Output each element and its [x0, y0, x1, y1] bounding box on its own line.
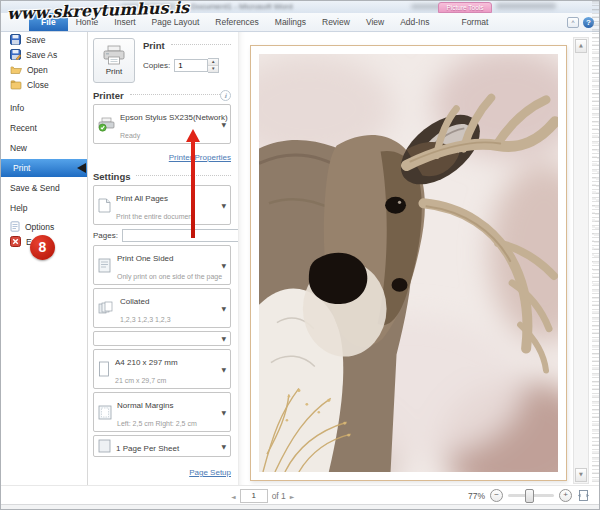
- scroll-up-icon[interactable]: ▲: [575, 39, 587, 53]
- sidebar-item-label: Save & Send: [10, 183, 60, 193]
- dropdown-label: Print One Sided: [117, 254, 173, 263]
- scan-edge-artifact: [592, 1, 599, 509]
- preview-scrollbar[interactable]: ▲ ▼: [573, 37, 589, 484]
- sidebar-item-new[interactable]: New: [1, 138, 87, 158]
- deer-photo: [259, 54, 558, 472]
- print-range-dropdown[interactable]: Print All Pages Print the entire documen…: [93, 185, 231, 225]
- dropdown-sublabel: 21 cm x 29,7 cm: [115, 377, 166, 384]
- chevron-down-icon: ▼: [221, 409, 226, 416]
- chevron-down-icon: ▼: [221, 366, 226, 373]
- orientation-dropdown[interactable]: ▼: [93, 331, 231, 346]
- sidebar-item-close[interactable]: Close: [1, 77, 87, 92]
- sidebar-item-options[interactable]: Options: [1, 219, 87, 234]
- next-page-icon[interactable]: ►: [290, 493, 295, 500]
- printer-icon: [102, 45, 126, 65]
- picture-tools-contextual-tab[interactable]: Picture Tools: [438, 2, 492, 13]
- sidebar-item-label: Options: [25, 222, 54, 232]
- sidebar-item-label: Recent: [10, 123, 37, 133]
- dropdown-sublabel: Print the entire document: [116, 213, 194, 220]
- save-icon: [10, 34, 21, 45]
- document-icon: [98, 198, 111, 213]
- pages-per-sheet-dropdown[interactable]: 1 Page Per Sheet ▼: [93, 435, 231, 457]
- sidebar-item-label: Info: [10, 103, 24, 113]
- dropdown-label: 1 Page Per Sheet: [116, 444, 179, 453]
- sidebar-item-label: Print: [13, 163, 30, 173]
- dropdown-sublabel: Only print on one side of the page: [117, 273, 222, 280]
- collated-pages-icon: [98, 301, 115, 316]
- print-preview-area: [238, 32, 574, 486]
- pages-input[interactable]: [122, 229, 240, 242]
- preview-page: [250, 45, 567, 481]
- paper-size-icon: [98, 361, 110, 377]
- copies-label: Copies:: [143, 61, 170, 70]
- print-button[interactable]: Print: [93, 38, 135, 83]
- sidebar-item-recent[interactable]: Recent: [1, 118, 87, 138]
- sidebar-item-print-selected[interactable]: Print: [1, 159, 87, 177]
- zoom-slider[interactable]: [508, 494, 554, 497]
- print-button-label: Print: [106, 67, 122, 76]
- print-sides-dropdown[interactable]: Print One Sided Only print on one side o…: [93, 245, 231, 285]
- current-page-box[interactable]: 1: [240, 489, 268, 503]
- settings-section-header: Settings: [93, 171, 231, 182]
- tab-mailings[interactable]: Mailings: [267, 13, 314, 31]
- sidebar-item-save[interactable]: Save: [1, 32, 87, 47]
- zoom-in-icon[interactable]: +: [559, 489, 572, 502]
- exit-icon: [10, 236, 21, 247]
- paper-size-dropdown[interactable]: A4 210 x 297 mm 21 cm x 29,7 cm ▼: [93, 349, 231, 389]
- window-bottom-edge: [1, 504, 599, 509]
- titlebar-blur-smudge: [496, 3, 556, 9]
- previous-page-icon[interactable]: ◄: [231, 493, 236, 500]
- tab-add-ins[interactable]: Add-Ins: [392, 13, 437, 31]
- chevron-down-icon: ▼: [221, 335, 226, 342]
- printer-status-icon: [98, 117, 115, 132]
- tab-review[interactable]: Review: [314, 13, 358, 31]
- sidebar-item-save-as[interactable]: Save As: [1, 47, 87, 62]
- page-per-sheet-icon: [98, 439, 111, 453]
- printer-selector-dropdown[interactable]: Epson Stylus SX235(Network) Ready ▼: [93, 104, 231, 144]
- status-bar: ◄ 1 of 1 ► 77% − +: [1, 485, 599, 505]
- page-count-label: of 1: [272, 491, 286, 501]
- close-folder-icon: [10, 79, 22, 90]
- print-section-header: Print: [143, 40, 231, 51]
- chevron-down-icon: ▼: [221, 305, 226, 312]
- chevron-down-icon: ▼: [221, 202, 226, 209]
- printer-properties-link[interactable]: Printer Properties: [169, 153, 231, 162]
- sidebar-item-help[interactable]: Help: [1, 198, 87, 218]
- sidebar-item-label: New: [10, 143, 27, 153]
- copies-input[interactable]: [174, 59, 208, 72]
- sidebar-item-label: Save As: [26, 50, 57, 60]
- sidebar-item-info[interactable]: Info: [1, 98, 87, 118]
- stepper-down-icon[interactable]: ▼: [208, 65, 218, 72]
- one-sided-page-icon: [98, 258, 112, 273]
- margins-dropdown[interactable]: Normal Margins Left: 2,5 cm Right: 2,5 c…: [93, 392, 231, 432]
- tab-references[interactable]: References: [207, 13, 266, 31]
- sidebar-item-save-and-send[interactable]: Save & Send: [1, 178, 87, 198]
- collation-dropdown[interactable]: Collated 1,2,3 1,2,3 1,2,3 ▼: [93, 288, 231, 328]
- printer-name: Epson Stylus SX235(Network): [120, 113, 228, 122]
- dropdown-label: Print All Pages: [116, 194, 168, 203]
- zoom-percent-label[interactable]: 77%: [468, 491, 485, 501]
- fit-page-icon[interactable]: [577, 489, 590, 502]
- copies-stepper[interactable]: ▲▼: [208, 58, 219, 73]
- tab-view[interactable]: View: [358, 13, 392, 31]
- minimize-ribbon-icon[interactable]: ˄: [567, 17, 579, 28]
- zoom-out-icon[interactable]: −: [490, 489, 503, 502]
- section-title: Print: [143, 40, 165, 51]
- dropdown-label: A4 210 x 297 mm: [115, 358, 178, 367]
- printer-status: Ready: [120, 132, 140, 139]
- tab-format[interactable]: Format: [453, 13, 496, 31]
- margins-icon: [98, 405, 112, 420]
- print-settings-panel: Print Print Copies: ▲▼ Printer i: [89, 32, 238, 486]
- printer-info-icon[interactable]: i: [220, 90, 231, 101]
- annotation-arrow-shaft: [191, 141, 195, 238]
- chevron-down-icon: ▼: [221, 262, 226, 269]
- zoom-slider-thumb[interactable]: [525, 489, 534, 503]
- window-title: Document1 - Microsoft Word: [191, 2, 293, 11]
- page-setup-link[interactable]: Page Setup: [189, 468, 231, 477]
- scroll-down-icon[interactable]: ▼: [575, 468, 587, 482]
- section-title: Settings: [93, 171, 130, 182]
- open-folder-icon: [10, 64, 22, 75]
- printer-section-header: Printer i: [93, 90, 231, 101]
- sidebar-item-label: Close: [27, 80, 49, 90]
- sidebar-item-open[interactable]: Open: [1, 62, 87, 77]
